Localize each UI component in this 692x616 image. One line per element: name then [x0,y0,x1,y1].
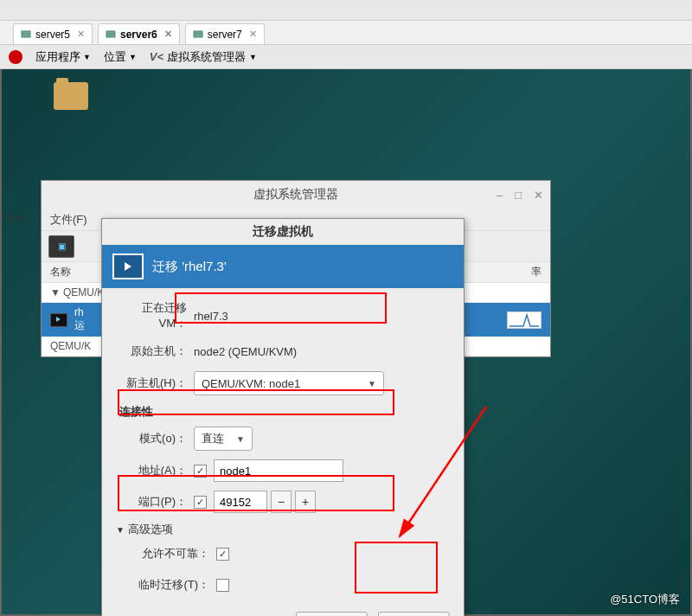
port-checkbox[interactable]: ✓ [194,496,207,509]
connectivity-section: 连接性 [119,404,450,420]
advanced-expander[interactable]: ▼ 高级选项 [116,522,450,537]
migrating-value: rhel7.3 [194,310,450,323]
gnome-panel: 应用程序▼ 位置▼ V< 虚拟系统管理器▼ [0,45,692,69]
svg-rect-4 [194,31,202,34]
places-menu[interactable]: 位置▼ [104,49,137,65]
migrate-dialog: 迁移虚拟机 迁移 'rhel7.3' 正在迁移 VM： rhel7.3 原始主机… [101,218,465,616]
new-host-select[interactable]: QEMU/KVM: node1 ▼ [194,371,384,395]
cpu-sparkline [507,311,541,329]
chevron-down-icon: ▼ [116,525,125,535]
svg-rect-0 [22,31,30,34]
remote-desktop: RH 虚拟系统管理器 – □ ✕ 文件(F) ▣ 名称 率 ▼QEMU/K rh… [0,69,692,616]
mode-select[interactable]: 直连 ▼ [194,427,253,451]
new-host-label: 新主机(H)： [116,375,194,391]
close-icon[interactable]: ✕ [77,29,85,40]
address-label: 地址(A)： [116,463,194,478]
temp-migrate-checkbox[interactable] [216,579,229,592]
svg-rect-3 [106,35,115,37]
chevron-down-icon: ▼ [368,379,376,388]
dialog-body: 正在迁移 VM： rhel7.3 原始主机： node2 (QEMU/KVM) … [102,288,464,616]
vmm-titlebar[interactable]: 虚拟系统管理器 – □ ✕ [42,181,550,209]
vmm-launcher[interactable]: V< 虚拟系统管理器▼ [150,49,257,65]
port-increment[interactable]: + [295,491,316,513]
svg-rect-5 [194,35,202,37]
port-label: 端口(P)： [116,494,194,510]
tab-label: server7 [208,29,242,41]
folder-icon[interactable] [54,82,88,110]
address-input[interactable] [214,459,343,482]
dialog-banner: 迁移 'rhel7.3' [102,245,464,288]
orig-host-label: 原始主机： [116,343,194,359]
tab-server7[interactable]: server7 ✕ [185,23,265,44]
migrating-label: 正在迁移 VM： [116,300,194,331]
allow-unsafe-label: 允许不可靠： [130,546,216,561]
close-icon[interactable]: ✕ [249,29,257,40]
port-input[interactable] [214,491,267,513]
applications-menu[interactable]: 应用程序▼ [35,49,91,65]
svg-rect-2 [106,31,115,34]
watermark: @51CTO博客 [610,592,680,607]
close-icon[interactable]: ✕ [164,29,172,40]
chevron-down-icon: ▼ [236,434,245,444]
server-icon [21,29,31,40]
migrate-button[interactable]: 迁移(M) [378,612,451,616]
cancel-button[interactable]: 取消(C) [296,612,367,616]
migrate-icon [112,253,144,279]
side-label: RH [7,212,23,225]
orig-host-value: node2 (QEMU/KVM) [194,345,450,358]
temp-migrate-label: 临时迁移(T)： [130,577,216,593]
tab-server6[interactable]: server6 ✕ [98,23,180,44]
tabs-bar: server5 ✕ server6 ✕ server7 ✕ [0,21,692,45]
tab-label: server6 [120,29,157,41]
address-checkbox[interactable]: ✓ [194,465,207,478]
minimize-icon[interactable]: – [497,189,503,202]
server-icon [193,29,203,40]
dialog-title[interactable]: 迁移虚拟机 [102,219,464,245]
new-vm-button[interactable]: ▣ [48,235,74,258]
ide-toolbar [0,0,692,21]
mode-label: 模式(o)： [116,431,194,446]
allow-unsafe-checkbox[interactable]: ✓ [216,548,229,561]
redhat-icon [9,50,22,64]
banner-text: 迁移 'rhel7.3' [152,259,227,275]
maximize-icon[interactable]: □ [515,189,522,202]
col-rate[interactable]: 率 [516,265,541,279]
port-decrement[interactable]: − [271,491,292,513]
vm-running-icon [50,313,67,327]
svg-rect-1 [22,35,30,37]
close-icon[interactable]: ✕ [534,189,543,202]
tab-server5[interactable]: server5 ✕ [13,23,93,44]
server-icon [106,29,116,40]
tab-label: server5 [35,29,70,41]
vmm-icon: V< [150,50,163,63]
